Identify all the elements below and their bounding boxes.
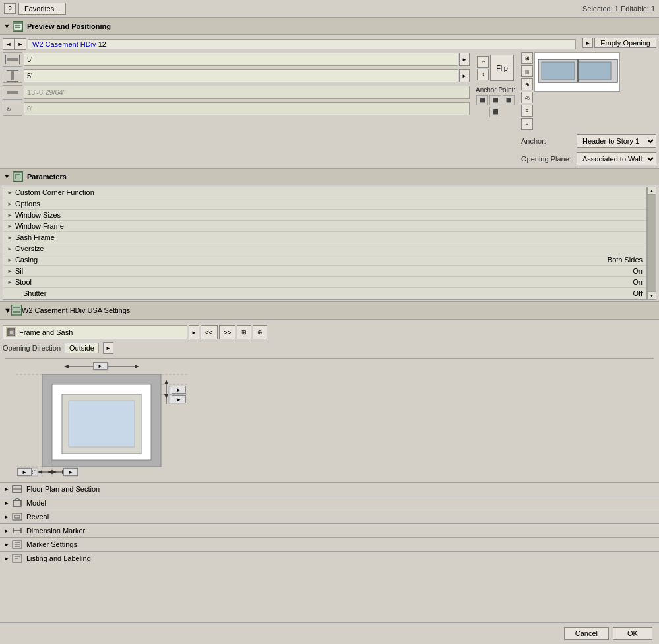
rotation-field[interactable] xyxy=(24,102,470,115)
anchor-tl[interactable]: ⬛ xyxy=(476,95,488,105)
svg-marker-47 xyxy=(38,470,42,474)
elevation-icon xyxy=(3,85,22,100)
right-panel: ⊞ ||| ⊕ ◎ ≡ ≡ xyxy=(521,52,656,165)
scroll-down-btn[interactable]: ▼ xyxy=(648,291,656,299)
settings-section-body: Frame and Sash ► << >> ⊞ ⊕ Opening Direc… xyxy=(0,320,659,482)
svg-rect-58 xyxy=(13,500,21,506)
flip-button[interactable]: Flip xyxy=(490,55,514,81)
settings-divider xyxy=(5,358,654,359)
parameters-section-header[interactable]: ▼ Parameters xyxy=(0,168,659,185)
param-name: Casing xyxy=(15,256,590,264)
top-dim-arrow[interactable]: ► xyxy=(93,362,108,370)
anchor-tr[interactable]: ⬛ xyxy=(503,95,515,105)
reveal-expand: ► xyxy=(4,514,9,520)
preview-section-header[interactable]: ▼ Preview and Positioning xyxy=(0,18,659,35)
param-row-window-frame[interactable]: ► Window Frame xyxy=(3,221,646,232)
icon-btn-2[interactable]: ||| xyxy=(521,65,533,77)
toolbar-icon-1[interactable]: ⊞ xyxy=(237,325,251,339)
right-top-dim-arrow[interactable]: ► xyxy=(172,386,186,394)
floor-plan-row[interactable]: ► Floor Plan and Section xyxy=(0,482,659,496)
dimension-marker-icon xyxy=(12,526,22,535)
bottom-left-dim-arrow[interactable]: ► xyxy=(17,468,32,476)
param-row-sill[interactable]: ► Sill On xyxy=(3,266,646,277)
empty-opening-button[interactable]: Empty Opening xyxy=(594,38,656,48)
dimension-marker-label: Dimension Marker xyxy=(26,527,85,535)
frame-sash-dd-arrow[interactable]: ► xyxy=(189,325,199,339)
param-row-sash-frame[interactable]: ► Sash Frame xyxy=(3,232,646,243)
expand-icon: ► xyxy=(7,235,13,241)
toolbar-icon-2[interactable]: ⊕ xyxy=(253,325,267,339)
ok-button[interactable]: OK xyxy=(613,627,652,640)
right-icons-row: ⊞ ||| ⊕ ◎ ≡ ≡ xyxy=(521,52,656,130)
nav-prev-btn[interactable]: ◄ xyxy=(3,38,15,50)
width-arrow[interactable]: ► xyxy=(459,53,470,66)
anchor-dropdown[interactable]: Header to Story 1 xyxy=(577,134,656,148)
dimension-marker-row[interactable]: ► Dimension Marker xyxy=(0,523,659,537)
model-expand: ► xyxy=(4,500,9,506)
icon-btn-4[interactable]: ◎ xyxy=(521,92,533,103)
params-scrollbar[interactable]: ▲ ▼ xyxy=(647,187,656,300)
opening-plane-row: Opening Plane: Associated to Wall xyxy=(521,152,656,165)
marker-settings-row[interactable]: ► Marker Settings xyxy=(0,537,659,551)
favorites-button[interactable]: Favorites... xyxy=(18,3,66,15)
help-icon[interactable]: ? xyxy=(4,3,16,14)
bottom-right-dim-arrow[interactable]: ► xyxy=(63,468,78,476)
preview-section-icon xyxy=(13,21,23,32)
icon-btn-1[interactable]: ⊞ xyxy=(521,52,533,64)
opening-plane-dropdown[interactable]: Associated to Wall xyxy=(577,152,656,165)
icon-btn-5[interactable]: ≡ xyxy=(521,105,533,117)
settings-section-header[interactable]: ▼ W2 Casement HDiv USA Settings xyxy=(0,301,659,320)
width-icon xyxy=(3,52,22,67)
anchor-dropdown-label: Anchor: xyxy=(521,137,574,145)
bottom-sections: ► Floor Plan and Section ► Model ► Revea… xyxy=(0,482,659,565)
prev-nav-btn[interactable]: << xyxy=(201,325,218,339)
bottom-buttons: Cancel OK xyxy=(0,622,659,644)
svg-marker-34 xyxy=(64,365,69,368)
next-nav-btn[interactable]: >> xyxy=(219,325,236,339)
listing-row[interactable]: ► Listing and Labeling xyxy=(0,551,659,565)
svg-marker-39 xyxy=(164,380,168,384)
scroll-thumb[interactable] xyxy=(648,195,656,291)
param-name: Options xyxy=(15,200,590,208)
input-row-2: ► xyxy=(3,69,470,83)
listing-label: Listing and Labeling xyxy=(26,554,91,562)
param-row-shutter[interactable]: ► Shutter Off xyxy=(3,288,646,299)
param-row-oversize[interactable]: ► Oversize xyxy=(3,243,646,254)
nav-next-btn[interactable]: ► xyxy=(15,38,26,50)
anchor-ml[interactable]: ⬛ xyxy=(489,107,501,117)
settings-collapse-icon: ▼ xyxy=(4,307,11,314)
anchor-tc[interactable]: ⬛ xyxy=(489,95,501,105)
svg-rect-18 xyxy=(13,306,20,309)
preview-collapse-icon: ▼ xyxy=(4,23,10,30)
height-field[interactable] xyxy=(24,69,458,82)
od-arrow[interactable]: ► xyxy=(103,342,113,354)
frame-sash-label: Frame and Sash xyxy=(19,328,73,336)
param-row-window-sizes[interactable]: ► Window Sizes xyxy=(3,210,646,221)
opening-plane-label: Opening Plane: xyxy=(521,155,574,163)
expand-icon: ► xyxy=(7,212,13,218)
elevation-field[interactable] xyxy=(24,86,470,99)
param-row-custom-corner[interactable]: ► Custom Corner Function xyxy=(3,187,646,198)
right-bottom-dim-arrow[interactable]: ► xyxy=(172,395,186,403)
flip-icon-v[interactable]: ↕ xyxy=(477,69,489,80)
icon-btn-6[interactable]: ≡ xyxy=(521,118,533,130)
param-row-stool[interactable]: ► Stool On xyxy=(3,277,646,288)
nav-name-field[interactable]: W2 Casement HDiv 12 xyxy=(28,39,576,49)
mirror-icon[interactable]: ↔ xyxy=(477,56,489,68)
param-name: Shutter xyxy=(15,289,590,297)
scroll-up-btn[interactable]: ▲ xyxy=(648,187,656,195)
param-row-casing[interactable]: ► Casing Both Sides xyxy=(3,254,646,266)
preview-right-panel: ► Empty Opening xyxy=(582,38,656,50)
icon-btn-3[interactable]: ⊕ xyxy=(521,78,533,90)
empty-opening-arrow[interactable]: ► xyxy=(582,38,593,48)
height-arrow[interactable]: ► xyxy=(459,69,470,82)
param-row-options[interactable]: ► Options xyxy=(3,198,646,210)
expand-icon: ► xyxy=(7,268,13,274)
reveal-row[interactable]: ► Reveal xyxy=(0,510,659,523)
model-row[interactable]: ► Model xyxy=(0,496,659,510)
frame-sash-dropdown[interactable]: Frame and Sash xyxy=(3,325,187,339)
diagram-area: 1" 1" 1/4" 1 1/2" 1" ► ► ► xyxy=(16,361,227,477)
preview-canvas xyxy=(534,52,620,92)
cancel-button[interactable]: Cancel xyxy=(564,627,609,640)
width-field[interactable] xyxy=(24,53,458,66)
